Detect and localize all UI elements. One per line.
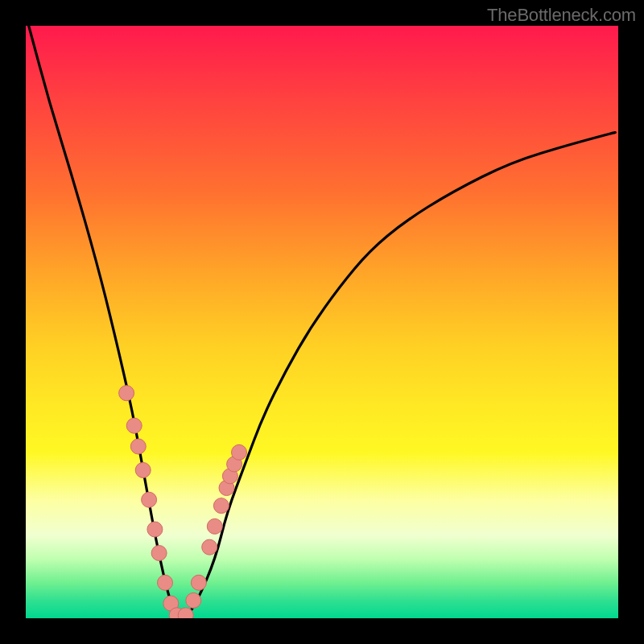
marker-dot	[126, 418, 142, 433]
marker-dot	[191, 575, 206, 590]
bottleneck-curve	[29, 26, 616, 618]
marker-dot	[213, 498, 229, 514]
marker-dot	[130, 439, 146, 454]
marker-dot	[151, 546, 167, 561]
marker-dot	[119, 386, 134, 401]
marker-dot	[207, 518, 222, 534]
marker-dot	[142, 492, 157, 507]
chart-frame: TheBottleneck.com	[0, 0, 644, 644]
marker-dot	[186, 592, 201, 608]
plot-area	[26, 26, 618, 618]
data-markers	[119, 386, 247, 618]
marker-dot	[202, 539, 217, 555]
marker-dot	[232, 444, 247, 460]
watermark-text: TheBottleneck.com	[487, 5, 636, 26]
marker-dot	[158, 575, 173, 590]
curve-layer	[26, 26, 618, 618]
marker-dot	[147, 522, 163, 537]
marker-dot	[135, 463, 151, 478]
